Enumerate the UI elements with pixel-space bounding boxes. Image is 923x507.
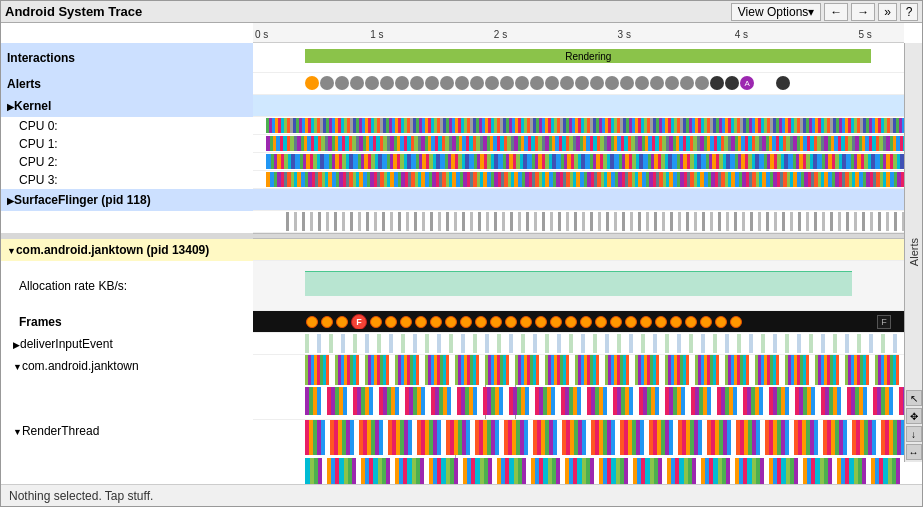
tick-1s: 1 s: [370, 29, 383, 40]
janktown-thread-content: [305, 355, 904, 419]
frame-11: [475, 316, 487, 328]
renderthread-label[interactable]: RenderThread: [1, 420, 253, 484]
allocation-track: [253, 261, 904, 311]
alert-circle-2: [320, 76, 334, 90]
scroll-tools: ↖ ✥ ↓ ↔: [904, 388, 922, 462]
pan-tool[interactable]: ✥: [906, 408, 922, 424]
zoom-in-tool[interactable]: ↓: [906, 426, 922, 442]
alert-circle-17: [545, 76, 559, 90]
frame-15: [535, 316, 547, 328]
alerts-track: A: [253, 73, 904, 95]
alert-circle-27: [695, 76, 709, 90]
frame-18: [580, 316, 592, 328]
alert-circle-8: [410, 76, 424, 90]
nav-double-right-button[interactable]: »: [878, 3, 897, 21]
frame-19: [595, 316, 607, 328]
view-options-button[interactable]: View Options▾: [731, 3, 821, 21]
surfaceflinger-data-track: [253, 211, 904, 233]
alert-circle-5: [365, 76, 379, 90]
rendering-bar: Rendering: [305, 49, 871, 63]
alert-circle-28: [710, 76, 724, 90]
frame-f1: F: [351, 314, 367, 329]
help-button[interactable]: ?: [900, 3, 918, 21]
frame-25: [685, 316, 697, 328]
app-title: Android System Trace: [5, 4, 142, 19]
alert-circle-10: [440, 76, 454, 90]
surfaceflinger-label[interactable]: SurfaceFlinger (pid 118): [1, 189, 253, 211]
cpu2-label: CPU 2:: [1, 153, 253, 171]
alert-circle-7: [395, 76, 409, 90]
content-area[interactable]: Interactions Alerts Kernel CPU 0: CPU 1:: [1, 43, 922, 484]
alert-circle-25: [665, 76, 679, 90]
surfaceflinger-arrow: [7, 193, 14, 207]
frame-17: [565, 316, 577, 328]
render-bars-top: [305, 420, 904, 455]
labels-column: Interactions Alerts Kernel CPU 0: CPU 1:: [1, 43, 253, 484]
nav-right-button[interactable]: →: [851, 3, 875, 21]
frame-12: [490, 316, 502, 328]
nav-left-button[interactable]: ←: [824, 3, 848, 21]
alert-circle-13: [485, 76, 499, 90]
frame-23: [655, 316, 667, 328]
alerts-circles: A: [305, 76, 871, 90]
alert-circle-29: [725, 76, 739, 90]
pointer-tool[interactable]: ↖: [906, 390, 922, 406]
janktown-arrow: [7, 243, 16, 257]
tick-5s: 5 s: [858, 29, 871, 40]
surfaceflinger-track-label: [1, 211, 253, 233]
alerts-sidebar-label: Alerts: [908, 238, 920, 266]
janktown-thread-label[interactable]: com.android.janktown: [1, 355, 253, 420]
alert-circle-15: [515, 76, 529, 90]
allocation-rate-label: Allocation rate KB/s:: [1, 261, 253, 311]
status-bar: Nothing selected. Tap stuff.: [1, 484, 922, 506]
frames-label: Frames: [1, 311, 253, 333]
tick-2s: 2 s: [494, 29, 507, 40]
frame-5: [385, 316, 397, 328]
frame-22: [640, 316, 652, 328]
kernel-label[interactable]: Kernel: [1, 95, 253, 117]
title-controls: View Options▾ ← → » ?: [731, 3, 918, 21]
cpu3-track: [253, 171, 904, 189]
janktown-thread-track: [253, 355, 904, 420]
frames-row: F: [305, 314, 891, 329]
alert-circle-20: [590, 76, 604, 90]
renderthread-arrow: [13, 424, 22, 438]
janktown-label[interactable]: com.android.janktown (pid 13409): [1, 239, 253, 261]
janktown-header-track: [253, 239, 904, 261]
kernel-arrow: [7, 99, 14, 113]
deliver-arrow: [13, 337, 20, 351]
frame-16: [550, 316, 562, 328]
renderthread-content: [305, 420, 904, 484]
alert-circle-19: [575, 76, 589, 90]
zoom-fit-tool[interactable]: ↔: [906, 444, 922, 460]
frame-1: [306, 316, 318, 328]
render-bars-bottom: [305, 458, 904, 484]
alert-circle-14: [500, 76, 514, 90]
cpu0-label: CPU 0:: [1, 117, 253, 135]
interactions-track: Rendering: [253, 43, 904, 73]
frame-27: [715, 316, 727, 328]
alert-circle-16: [530, 76, 544, 90]
status-message: Nothing selected. Tap stuff.: [9, 489, 153, 503]
frame-26: [700, 316, 712, 328]
frame-8: [430, 316, 442, 328]
cpu0-track: [253, 117, 904, 135]
tracks-column: Rendering: [253, 43, 904, 484]
alert-circle-30: A: [740, 76, 754, 90]
frames-track: F: [253, 311, 904, 333]
janktown-bars-bottom: [305, 387, 904, 415]
frame-14: [520, 316, 532, 328]
allocation-graph: [305, 271, 852, 296]
alert-circle-3: [335, 76, 349, 90]
alert-circle-9: [425, 76, 439, 90]
alert-circle-1: [305, 76, 319, 90]
tick-4s: 4 s: [735, 29, 748, 40]
alert-circle-24: [650, 76, 664, 90]
alert-circle-23: [635, 76, 649, 90]
frame-2: [321, 316, 333, 328]
frame-9: [445, 316, 457, 328]
deliver-input-label[interactable]: deliverInputEvent: [1, 333, 253, 355]
kernel-header-track: [253, 95, 904, 117]
janktown-thread-arrow: [13, 359, 22, 373]
janktown-bars-top: [305, 355, 904, 385]
